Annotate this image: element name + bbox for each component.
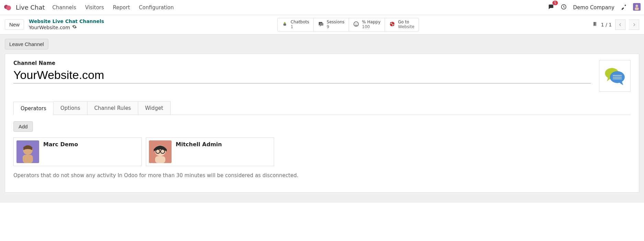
sub-header: New Website Live Chat Channels YourWebsi… bbox=[0, 15, 644, 35]
chat-bubbles-icon bbox=[602, 64, 627, 88]
pager-text[interactable]: 1 / 1 bbox=[601, 22, 612, 27]
chevron-left-icon bbox=[618, 23, 622, 27]
operator-card[interactable]: Marc Demo bbox=[13, 137, 142, 166]
svg-point-11 bbox=[355, 23, 356, 24]
app-icon bbox=[3, 3, 12, 12]
tab-channel-rules[interactable]: Channel Rules bbox=[87, 101, 138, 115]
channel-image[interactable] bbox=[599, 60, 631, 92]
svg-point-12 bbox=[357, 23, 358, 24]
stat-chatbots[interactable]: Chatbots1 bbox=[277, 18, 314, 32]
messages-count: 5 bbox=[552, 1, 558, 5]
tab-panel-operators: Add Marc Demo bbox=[13, 115, 631, 179]
pager-prev[interactable] bbox=[615, 20, 625, 30]
menu-channels[interactable]: Channels bbox=[52, 4, 76, 11]
avatar-icon[interactable] bbox=[633, 3, 641, 12]
app-name[interactable]: Live Chat bbox=[16, 4, 45, 11]
svg-point-8 bbox=[284, 24, 285, 25]
comments-icon bbox=[318, 21, 324, 28]
svg-rect-7 bbox=[283, 24, 286, 26]
form-card: Channel Name Operators Options Channel R… bbox=[5, 54, 639, 193]
menu-report[interactable]: Report bbox=[113, 4, 130, 11]
channel-name-label: Channel Name bbox=[13, 60, 591, 66]
svg-rect-5 bbox=[635, 8, 639, 10]
operator-name: Mitchell Admin bbox=[176, 140, 222, 148]
svg-point-4 bbox=[635, 5, 638, 7]
stat-buttons: Chatbots1 Sessions9 % Happy100 Go toWebs… bbox=[277, 18, 419, 32]
add-operator-button[interactable]: Add bbox=[13, 121, 33, 132]
tab-widget[interactable]: Widget bbox=[138, 101, 171, 115]
activities-button[interactable] bbox=[561, 4, 567, 11]
bookmark-icon[interactable] bbox=[592, 21, 598, 28]
svg-point-6 bbox=[284, 22, 286, 24]
avatar-icon bbox=[16, 140, 39, 163]
gear-icon[interactable] bbox=[72, 24, 77, 31]
company-switcher[interactable]: Demo Company bbox=[573, 4, 614, 11]
channel-name-input[interactable] bbox=[13, 67, 591, 83]
leave-channel-button[interactable]: Leave Channel bbox=[5, 39, 48, 49]
breadcrumb: Website Live Chat Channels YourWebsite.c… bbox=[29, 19, 104, 31]
operator-name: Marc Demo bbox=[43, 140, 78, 148]
tabs: Operators Options Channel Rules Widget bbox=[13, 101, 631, 115]
globe-icon bbox=[389, 21, 395, 28]
svg-point-10 bbox=[354, 22, 359, 27]
svg-point-1 bbox=[6, 5, 11, 10]
tab-operators[interactable]: Operators bbox=[13, 102, 54, 115]
menu-visitors[interactable]: Visitors bbox=[85, 4, 104, 11]
stat-website[interactable]: Go toWebsite bbox=[385, 18, 419, 32]
new-button[interactable]: New bbox=[5, 19, 24, 30]
top-nav: Live Chat Channels Visitors Report Confi… bbox=[0, 0, 644, 15]
breadcrumb-parent[interactable]: Website Live Chat Channels bbox=[29, 19, 104, 25]
pager-next[interactable] bbox=[629, 20, 639, 30]
operators-hint: Operators that do not show any activity … bbox=[13, 172, 631, 179]
tab-options[interactable]: Options bbox=[54, 101, 87, 115]
wrench-icon bbox=[621, 4, 627, 10]
stat-happy[interactable]: % Happy100 bbox=[349, 18, 385, 32]
avatar-icon bbox=[149, 140, 172, 163]
pager: 1 / 1 bbox=[592, 20, 639, 30]
chevron-right-icon bbox=[632, 23, 636, 27]
page-body: Leave Channel Channel Name Oper bbox=[0, 35, 644, 203]
clock-icon bbox=[561, 4, 567, 10]
svg-rect-21 bbox=[23, 155, 33, 163]
operator-card[interactable]: Mitchell Admin bbox=[146, 137, 274, 166]
smile-icon bbox=[353, 21, 359, 28]
debug-button[interactable] bbox=[621, 4, 627, 11]
robot-icon bbox=[282, 21, 288, 28]
messages-button[interactable]: 5 bbox=[548, 3, 554, 11]
svg-rect-27 bbox=[155, 156, 165, 163]
svg-point-9 bbox=[285, 24, 286, 25]
menu-configuration[interactable]: Configuration bbox=[139, 4, 174, 11]
breadcrumb-current: YourWebsite.com bbox=[29, 25, 70, 31]
stat-sessions[interactable]: Sessions9 bbox=[314, 18, 349, 32]
